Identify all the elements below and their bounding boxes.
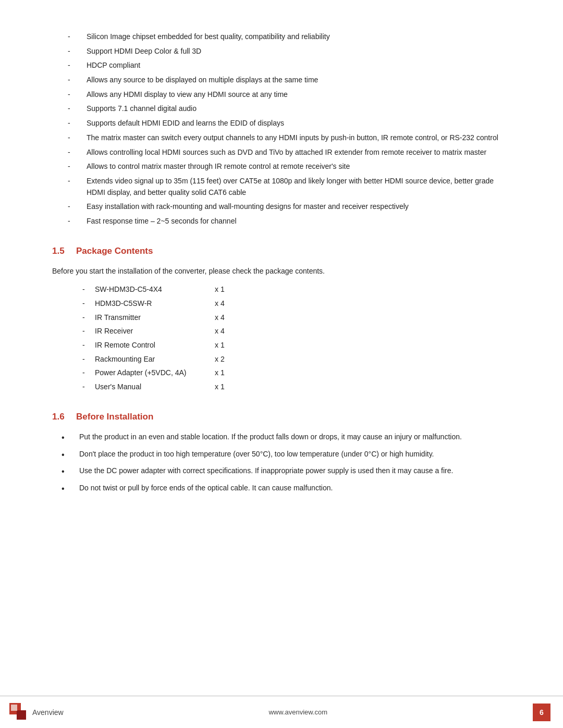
package-table: -SW-HDM3D-C5-4X4x 1-HDM3D-C5SW-Rx 4-IR T… (82, 284, 511, 393)
dash-icon: - (68, 161, 82, 172)
section-15-heading: 1.5 Package Contents (52, 246, 511, 256)
footer-page-number: 6 (533, 704, 550, 721)
pkg-qty: x 4 (215, 298, 236, 310)
feature-item: -Supports 7.1 channel digital audio (52, 103, 511, 115)
feature-item: -Support HDMI Deep Color & full 3D (52, 46, 511, 57)
feature-item: -Allows any source to be displayed on mu… (52, 75, 511, 86)
pkg-name: SW-HDM3D-C5-4X4 (95, 284, 215, 295)
feature-item: -Fast response time – 2~5 seconds for ch… (52, 216, 511, 227)
pkg-dash: - (82, 326, 95, 337)
pkg-name: User's Manual (95, 381, 215, 393)
section-16-heading: 1.6 Before Installation (52, 412, 511, 422)
bullet-dot: • (62, 465, 76, 478)
dash-icon: - (68, 75, 82, 86)
installation-item: •Put the product in an even and stable l… (52, 431, 511, 445)
installation-item: •Use the DC power adapter with correct s… (52, 465, 511, 478)
pkg-name: IR Remote Control (95, 340, 215, 351)
feature-item: -Extends video signal up to 35m (115 fee… (52, 176, 511, 198)
dash-icon: - (68, 118, 82, 129)
bullet-dot: • (62, 431, 76, 445)
svg-rect-2 (11, 705, 17, 711)
pkg-qty: x 1 (215, 367, 236, 379)
feature-item: -HDCP compliant (52, 60, 511, 71)
feature-item: -Allows any HDMI display to view any HDM… (52, 89, 511, 101)
package-row: -Rackmounting Earx 2 (82, 354, 511, 365)
dash-icon: - (68, 89, 82, 101)
section-16-number: 1.6 (52, 412, 69, 422)
pkg-name: IR Transmitter (95, 312, 215, 324)
section-16-title: Before Installation (76, 412, 153, 422)
dash-icon: - (68, 147, 82, 158)
pkg-qty: x 1 (215, 284, 236, 295)
installation-item: •Do not twist or pull by force ends of t… (52, 483, 511, 496)
footer-logo: Avenview (9, 703, 64, 722)
pkg-name: IR Receiver (95, 326, 215, 337)
dash-icon: - (68, 132, 82, 144)
page: -Silicon Image chipset embedded for best… (0, 0, 563, 728)
footer-brand-label: Avenview (32, 708, 64, 717)
installation-item: •Don't place the product in too high tem… (52, 449, 511, 462)
pkg-qty: x 4 (215, 326, 236, 337)
pkg-name: HDM3D-C5SW-R (95, 298, 215, 310)
pkg-name: Rackmounting Ear (95, 354, 215, 365)
bullet-dot: • (62, 483, 76, 496)
pkg-dash: - (82, 381, 95, 393)
package-row: -Power Adapter (+5VDC, 4A)x 1 (82, 367, 511, 379)
feature-item: -Allows controlling local HDMI sources s… (52, 147, 511, 158)
feature-item: -Silicon Image chipset embedded for best… (52, 31, 511, 43)
pkg-qty: x 2 (215, 354, 236, 365)
pkg-dash: - (82, 367, 95, 379)
dash-icon: - (68, 216, 82, 227)
dash-icon: - (68, 201, 82, 213)
bullet-dot: • (62, 449, 76, 462)
feature-item: -Easy installation with rack-mounting an… (52, 201, 511, 213)
section-15-title: Package Contents (76, 246, 153, 256)
dash-icon: - (68, 103, 82, 115)
footer: Avenview www.avenview.com 6 (0, 696, 563, 728)
dash-icon: - (68, 60, 82, 71)
feature-item: -The matrix master can switch every outp… (52, 132, 511, 144)
package-row: -SW-HDM3D-C5-4X4x 1 (82, 284, 511, 295)
section-15-intro: Before you start the installation of the… (52, 266, 511, 277)
avenview-logo-icon (9, 703, 28, 722)
pkg-dash: - (82, 298, 95, 310)
section-15-number: 1.5 (52, 246, 69, 256)
footer-url: www.avenview.com (64, 708, 533, 716)
svg-rect-1 (17, 710, 26, 720)
features-list: -Silicon Image chipset embedded for best… (52, 31, 511, 227)
dash-icon: - (68, 46, 82, 57)
pkg-dash: - (82, 340, 95, 351)
before-installation-list: •Put the product in an even and stable l… (52, 431, 511, 496)
package-row: -IR Transmitterx 4 (82, 312, 511, 324)
pkg-qty: x 1 (215, 381, 236, 393)
feature-item: -Supports default HDMI EDID and learns t… (52, 118, 511, 129)
dash-icon: - (68, 31, 82, 43)
pkg-dash: - (82, 312, 95, 324)
pkg-dash: - (82, 284, 95, 295)
pkg-qty: x 1 (215, 340, 236, 351)
dash-icon: - (68, 176, 82, 187)
package-row: -User's Manualx 1 (82, 381, 511, 393)
pkg-dash: - (82, 354, 95, 365)
pkg-qty: x 4 (215, 312, 236, 324)
package-row: -IR Remote Controlx 1 (82, 340, 511, 351)
feature-item: -Allows to control matrix master through… (52, 161, 511, 172)
package-row: -HDM3D-C5SW-Rx 4 (82, 298, 511, 310)
package-row: -IR Receiverx 4 (82, 326, 511, 337)
pkg-name: Power Adapter (+5VDC, 4A) (95, 367, 215, 379)
